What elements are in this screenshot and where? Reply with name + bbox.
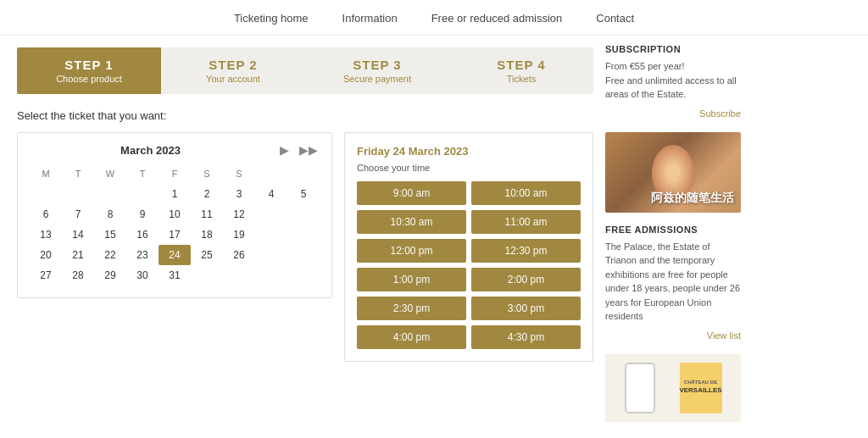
subscription-heading: SUBSCRIPTION — [605, 44, 741, 54]
calendar-day-8[interactable]: 8 — [94, 204, 126, 225]
calendar-grid: M T W T F S S 12345678910111213141516171… — [30, 165, 320, 286]
step-4[interactable]: STEP 4 Tickets — [449, 47, 593, 94]
calendar-day-2[interactable]: 2 — [191, 184, 223, 204]
step-1[interactable]: STEP 1 Choose product — [17, 47, 161, 94]
portrait-image: 阿兹的随笔生活 — [605, 132, 741, 213]
calendar-day-18[interactable]: 18 — [191, 225, 223, 245]
app-promo: CHÂTEAU DE VERSAILLES — [605, 354, 741, 422]
time-slot-4-30-pm[interactable]: 4:30 pm — [471, 325, 581, 349]
calendar-box: March 2023 ▶ ▶▶ M T W T F S S — [17, 132, 332, 298]
calendar-day-11[interactable]: 11 — [191, 204, 223, 225]
dow-sat: S — [191, 165, 223, 184]
calendar-day-9[interactable]: 9 — [126, 204, 159, 225]
app-logo-top: CHÂTEAU DE — [684, 380, 717, 386]
calendar-day-17[interactable]: 17 — [159, 225, 191, 245]
app-logo-bottom: VERSAILLES — [679, 386, 721, 395]
calendar-day-12[interactable]: 12 — [223, 204, 255, 225]
time-slot-1-00-pm[interactable]: 1:00 pm — [357, 268, 466, 291]
app-phone-mockup — [625, 363, 655, 413]
calendar-day-15[interactable]: 15 — [94, 225, 126, 245]
dow-sun: S — [223, 165, 255, 184]
calendar-day-22[interactable]: 22 — [94, 245, 126, 265]
dow-fri: F — [159, 165, 191, 184]
time-slot-10-30-am[interactable]: 10:30 am — [357, 210, 466, 234]
calendar-day-23[interactable]: 23 — [126, 245, 159, 265]
calendar-day-30[interactable]: 30 — [126, 265, 159, 286]
calendar-day-3[interactable]: 3 — [223, 184, 255, 204]
calendar-month-label: March 2023 — [30, 144, 271, 157]
step-3[interactable]: STEP 3 Secure payment — [305, 47, 449, 94]
time-slot-4-00-pm[interactable]: 4:00 pm — [357, 325, 466, 349]
time-slot-12-00-pm[interactable]: 12:00 pm — [357, 239, 466, 263]
calendar-day-26[interactable]: 26 — [223, 245, 255, 265]
picker-row: March 2023 ▶ ▶▶ M T W T F S S — [17, 132, 593, 362]
calendar-empty-cell — [30, 184, 62, 204]
calendar-empty-cell — [223, 265, 255, 286]
dow-wed: W — [94, 165, 126, 184]
calendar-day-5[interactable]: 5 — [287, 184, 320, 204]
calendar-day-24[interactable]: 24 — [159, 245, 191, 265]
nav-contact[interactable]: Contact — [596, 12, 634, 25]
portrait-overlay-text: 阿兹的随笔生活 — [651, 191, 734, 206]
calendar-skip-button[interactable]: ▶▶ — [298, 143, 320, 157]
nav-free-reduced[interactable]: Free or reduced admission — [431, 12, 563, 25]
time-slot-2-30-pm[interactable]: 2:30 pm — [357, 297, 466, 320]
calendar-empty-cell — [126, 184, 159, 204]
time-slot-11-00-am[interactable]: 11:00 am — [471, 210, 581, 234]
nav-information[interactable]: Information — [342, 12, 398, 25]
calendar-day-4[interactable]: 4 — [255, 184, 287, 204]
calendar-day-20[interactable]: 20 — [30, 245, 62, 265]
time-slot-2-00-pm[interactable]: 2:00 pm — [471, 268, 581, 291]
time-box: Friday 24 March 2023 Choose your time 9:… — [344, 132, 593, 362]
time-slot-3-00-pm[interactable]: 3:00 pm — [471, 297, 581, 320]
subscription-text: From €55 per year!Free and unlimited acc… — [605, 59, 741, 102]
calendar-day-28[interactable]: 28 — [62, 265, 94, 286]
calendar-day-1[interactable]: 1 — [159, 184, 191, 204]
free-admissions-text: The Palace, the Estate of Trianon and th… — [605, 240, 741, 324]
time-slot-12-30-pm[interactable]: 12:30 pm — [471, 239, 581, 263]
time-choose-label: Choose your time — [357, 163, 581, 173]
section-title: Select the ticket that you want: — [17, 109, 593, 122]
calendar-day-14[interactable]: 14 — [62, 225, 94, 245]
calendar-header: March 2023 ▶ ▶▶ — [30, 143, 320, 157]
calendar-day-29[interactable]: 29 — [94, 265, 126, 286]
dow-tue: T — [62, 165, 94, 184]
calendar-forward-button[interactable]: ▶ — [278, 143, 291, 157]
sidebar-free-admissions: FREE ADMISSIONS The Palace, the Estate o… — [605, 225, 741, 341]
calendar-day-27[interactable]: 27 — [30, 265, 62, 286]
calendar-day-31[interactable]: 31 — [159, 265, 191, 286]
nav-ticketing-home[interactable]: Ticketing home — [234, 12, 309, 25]
time-grid: 9:00 am10:00 am10:30 am11:00 am12:00 pm1… — [357, 181, 581, 349]
calendar-day-10[interactable]: 10 — [159, 204, 191, 225]
steps-bar: STEP 1 Choose product STEP 2 Your accoun… — [17, 47, 593, 94]
sidebar-subscription: SUBSCRIPTION From €55 per year!Free and … — [605, 44, 741, 119]
step-2[interactable]: STEP 2 Your account — [161, 47, 305, 94]
calendar-empty-cell — [191, 265, 223, 286]
calendar-day-7[interactable]: 7 — [62, 204, 94, 225]
dow-thu: T — [126, 165, 159, 184]
view-list-link[interactable]: View list — [605, 330, 741, 341]
calendar-day-13[interactable]: 13 — [30, 225, 62, 245]
dow-mon: M — [30, 165, 62, 184]
time-slot-9-00-am[interactable]: 9:00 am — [357, 181, 466, 205]
time-date-label: Friday 24 March 2023 — [357, 145, 581, 158]
calendar-day-16[interactable]: 16 — [126, 225, 159, 245]
app-logo-box: CHÂTEAU DE VERSAILLES — [680, 363, 722, 413]
calendar-day-25[interactable]: 25 — [191, 245, 223, 265]
calendar-empty-cell — [94, 184, 126, 204]
calendar-day-21[interactable]: 21 — [62, 245, 94, 265]
sidebar: SUBSCRIPTION From €55 per year!Free and … — [593, 36, 753, 430]
calendar-empty-cell — [62, 184, 94, 204]
time-slot-10-00-am[interactable]: 10:00 am — [471, 181, 581, 205]
top-nav: Ticketing home Information Free or reduc… — [0, 0, 868, 36]
subscribe-link[interactable]: Subscribe — [605, 108, 741, 119]
free-admissions-heading: FREE ADMISSIONS — [605, 225, 741, 235]
calendar-day-6[interactable]: 6 — [30, 204, 62, 225]
calendar-day-19[interactable]: 19 — [223, 225, 255, 245]
